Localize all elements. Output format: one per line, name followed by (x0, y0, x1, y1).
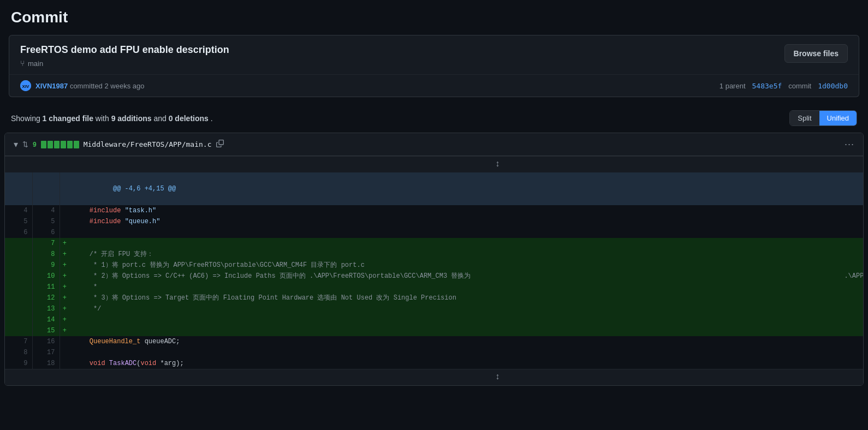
branch-icon: ⑂ (20, 59, 25, 68)
old-line-num (5, 325, 32, 336)
new-line-num: 16 (32, 336, 60, 347)
parent-hash[interactable]: 5483e5f (752, 82, 782, 90)
line-content: void TaskADC(void *arg); (69, 358, 864, 369)
page-header: Commit (0, 0, 868, 31)
expand-row-top: ↕ (5, 157, 864, 173)
add-block-5 (67, 141, 73, 148)
deletions-count: 0 deletions (169, 114, 209, 123)
line-sign: + (60, 292, 69, 303)
line-content: #include "task.h" (69, 205, 864, 216)
author-name: XIVN1987 (35, 82, 68, 90)
period: . (211, 114, 213, 123)
showing-label: Showing (11, 114, 40, 123)
split-view-button[interactable]: Split (790, 111, 819, 126)
with-label: with (96, 114, 109, 123)
new-line-num: 8 (32, 249, 60, 260)
old-line-num: 9 (5, 358, 32, 369)
commit-card-bottom: XIV XIVN1987 committed 2 weeks ago 1 par… (9, 74, 859, 97)
diff-file-header: ▾ ⇅ 9 Middleware/FreeRTOS/APP/main.c ··· (5, 133, 863, 156)
old-line-num (5, 303, 32, 314)
old-line-num: 6 (5, 227, 32, 238)
line-sign: + (60, 325, 69, 336)
new-line-num: 10 (32, 271, 60, 282)
hunk-header-row: @@ -4,6 +4,15 @@ (5, 172, 864, 205)
add-block-3 (54, 141, 60, 148)
svg-text:XIV: XIV (22, 84, 30, 89)
additions-count: 9 additions (111, 114, 152, 123)
parent-label: 1 parent (720, 82, 746, 90)
line-sign (60, 336, 69, 347)
line-sign (60, 347, 69, 358)
line-content: /* 开启 FPU 支持： (69, 249, 864, 260)
expand-up-button[interactable]: ↕ (495, 159, 500, 169)
add-block-6 (74, 141, 79, 148)
additions-count-badge: 9 (33, 141, 37, 148)
line-sign: + (60, 260, 69, 271)
unified-view-button[interactable]: Unified (819, 111, 857, 126)
table-row: 15 + (5, 325, 864, 336)
line-sign: + (60, 271, 69, 282)
stats-bar: Showing 1 changed file with 9 additions … (0, 104, 868, 133)
add-block-4 (61, 141, 66, 148)
table-row: 9 + * 1）将 port.c 替换为 APP\FreeRTOS\portab… (5, 260, 864, 271)
old-line-num (5, 238, 32, 249)
page-title: Commit (11, 9, 857, 26)
old-line-num (5, 314, 32, 325)
table-row: 8 + /* 开启 FPU 支持： (5, 249, 864, 260)
line-content: * (69, 282, 864, 292)
table-row: 14 + (5, 314, 864, 325)
table-row: 11 + * (5, 282, 864, 292)
add-block-2 (47, 141, 53, 148)
author-text: XIVN1987 committed 2 weeks ago (35, 82, 144, 90)
line-content: */ (69, 303, 864, 314)
line-sign (60, 205, 69, 216)
new-line-num: 17 (32, 347, 60, 358)
add-block-1 (41, 141, 46, 148)
new-line-num: 11 (32, 282, 60, 292)
old-line-num: 4 (5, 205, 32, 216)
new-line-num: 9 (32, 260, 60, 271)
view-toggle: Split Unified (789, 110, 857, 126)
old-line-num: 7 (5, 336, 32, 347)
table-row: 4 4 #include "task.h" (5, 205, 864, 216)
new-line-num: 7 (32, 238, 60, 249)
commit-card-top: FreeRTOS demo add FPU enable description… (9, 35, 859, 74)
avatar: XIV (20, 80, 31, 91)
line-content: #include "queue.h" (69, 216, 864, 227)
table-row: 9 18 void TaskADC(void *arg); (5, 358, 864, 369)
diff-container: ▾ ⇅ 9 Middleware/FreeRTOS/APP/main.c ··· (4, 133, 864, 386)
table-row: 7 + (5, 238, 864, 249)
new-line-num: 18 (32, 358, 60, 369)
commit-hash[interactable]: 1d00db0 (818, 82, 848, 90)
stats-text: Showing 1 changed file with 9 additions … (11, 114, 213, 123)
line-sign: + (60, 282, 69, 292)
browse-files-button[interactable]: Browse files (784, 44, 848, 63)
new-line-num: 13 (32, 303, 60, 314)
diff-file-left: ▾ ⇅ 9 Middleware/FreeRTOS/APP/main.c (14, 139, 224, 150)
collapse-button[interactable]: ▾ (14, 139, 18, 150)
old-line-num (5, 282, 32, 292)
line-content: * 1）将 port.c 替换为 APP\FreeRTOS\portable\G… (69, 260, 864, 271)
line-content: * 3）将 Options => Target 页面中的 Floating Po… (69, 292, 864, 303)
branch-name: main (28, 59, 43, 68)
commit-branch: ⑂ main (20, 59, 229, 68)
additions-badge (41, 141, 79, 148)
diff-table: ↕ @@ -4,6 +4,15 @@ 4 4 #include "task.h" (5, 156, 864, 385)
table-row: 8 17 (5, 347, 864, 358)
table-row: 13 + */ (5, 303, 864, 314)
old-line-num (5, 249, 32, 260)
more-options-button[interactable]: ··· (845, 139, 854, 150)
table-row: 6 6 (5, 227, 864, 238)
old-line-num (5, 260, 32, 271)
line-sign: + (60, 303, 69, 314)
line-content (69, 347, 864, 358)
hunk-sign (60, 172, 69, 205)
commit-label: commit (788, 82, 811, 90)
changed-count: 1 changed file (43, 114, 93, 123)
commit-message: FreeRTOS demo add FPU enable description (20, 44, 229, 56)
line-content (69, 227, 864, 238)
new-line-num: 12 (32, 292, 60, 303)
file-path: Middleware/FreeRTOS/APP/main.c (84, 140, 212, 148)
copy-path-button[interactable] (216, 140, 224, 149)
expand-down-button[interactable]: ↕ (495, 372, 500, 381)
